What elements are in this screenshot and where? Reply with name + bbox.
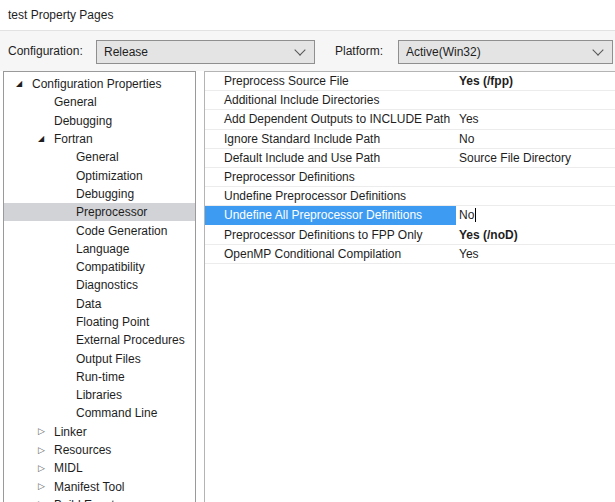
tree-item-midl[interactable]: ▷ MIDL (4, 459, 195, 477)
property-row-default-include-and-use-path[interactable]: Default Include and Use Path Source File… (205, 149, 615, 168)
property-name: Preprocessor Definitions (224, 170, 355, 184)
tree-item-label: Debugging (76, 187, 134, 201)
chevron-down-icon (294, 44, 305, 55)
property-value-cell[interactable]: No (456, 130, 615, 148)
tree-item-optimization[interactable]: Optimization (4, 166, 195, 184)
tree-item-label: Output Files (76, 352, 141, 366)
configuration-select[interactable]: Release (96, 40, 315, 64)
property-row-add-dependent-outputs-to-include-path[interactable]: Add Dependent Outputs to INCLUDE Path Ye… (205, 110, 615, 129)
property-value: Yes (459, 112, 479, 126)
property-row-ignore-standard-include-path[interactable]: Ignore Standard Include Path No (205, 130, 615, 149)
property-value: Source File Directory (459, 151, 571, 165)
page-title: test Property Pages (0, 0, 615, 30)
configuration-label: Configuration: (8, 31, 83, 72)
property-value-cell[interactable]: Yes (456, 110, 615, 128)
tree-item-label: Resources (54, 443, 111, 457)
property-value-cell[interactable] (456, 187, 615, 205)
property-value-cell[interactable]: Yes (/fpp) (456, 72, 615, 90)
tree-item-resources[interactable]: ▷ Resources (4, 441, 195, 459)
tree-item-manifest-tool[interactable]: ▷ Manifest Tool (4, 478, 195, 496)
tree-item-label: Preprocessor (76, 205, 147, 219)
category-tree: ◢ Configuration Properties General Debug… (3, 71, 196, 502)
property-name-cell: Preprocessor Definitions to FPP Only (205, 226, 456, 244)
tree-item-debugging[interactable]: Debugging (4, 185, 195, 203)
platform-value: Active(Win32) (406, 45, 594, 59)
property-name-cell: Ignore Standard Include Path (205, 130, 456, 148)
tree-item-general[interactable]: General (4, 148, 195, 166)
tree-item-configuration-properties[interactable]: ◢ Configuration Properties (4, 75, 195, 93)
tree-item-preprocessor[interactable]: Preprocessor (4, 203, 195, 221)
property-name-cell: Undefine Preprocessor Definitions (205, 187, 456, 205)
property-row-undefine-preprocessor-definitions[interactable]: Undefine Preprocessor Definitions (205, 187, 615, 206)
tree-item-libraries[interactable]: Libraries (4, 386, 195, 404)
tree-item-label: Command Line (76, 406, 157, 420)
tree-item-label: Optimization (76, 169, 143, 183)
text-cursor (475, 208, 476, 222)
property-value-cell[interactable]: Yes (456, 245, 615, 263)
property-name-cell: Additional Include Directories (205, 91, 456, 109)
tree-item-label: Fortran (54, 132, 93, 146)
property-value: Yes (/fpp) (459, 74, 513, 88)
property-row-undefine-all-preprocessor-definitions[interactable]: Undefine All Preprocessor Definitions No (205, 206, 615, 225)
property-value: No (459, 208, 474, 222)
tree-item-debugging[interactable]: Debugging (4, 112, 195, 130)
tree-item-diagnostics[interactable]: Diagnostics (4, 276, 195, 294)
tree-item-run-time[interactable]: Run-time (4, 368, 195, 386)
tree-item-label: Build Events (54, 498, 121, 502)
property-value: No (459, 132, 474, 146)
tree-item-label: Configuration Properties (32, 77, 161, 91)
property-name: OpenMP Conditional Compilation (224, 247, 401, 261)
property-row-preprocessor-definitions-to-fpp-only[interactable]: Preprocessor Definitions to FPP Only Yes… (205, 226, 615, 245)
property-value: Yes (/noD) (459, 228, 518, 242)
property-name-cell: Undefine All Preprocessor Definitions (205, 206, 456, 224)
tree-collapsed-icon[interactable]: ▷ (36, 427, 54, 436)
property-value-cell[interactable] (456, 91, 615, 109)
tree-collapsed-icon[interactable]: ▷ (36, 464, 54, 473)
tree-item-label: Debugging (54, 114, 112, 128)
tree-item-linker[interactable]: ▷ Linker (4, 423, 195, 441)
tree-item-label: Linker (54, 425, 87, 439)
property-value-editbox[interactable]: No (456, 206, 615, 224)
property-row-openmp-conditional-compilation[interactable]: OpenMP Conditional Compilation Yes (205, 245, 615, 264)
property-name: Preprocessor Definitions to FPP Only (224, 228, 423, 242)
property-name-cell: Add Dependent Outputs to INCLUDE Path (205, 110, 456, 128)
property-value-cell[interactable]: Source File Directory (456, 149, 615, 167)
property-name: Ignore Standard Include Path (224, 132, 380, 146)
tree-item-data[interactable]: Data (4, 295, 195, 313)
tree-collapsed-icon[interactable]: ▷ (36, 446, 54, 455)
tree-item-label: Run-time (76, 370, 125, 384)
tree-item-label: General (54, 95, 97, 109)
property-row-preprocess-source-file[interactable]: Preprocess Source File Yes (/fpp) (205, 72, 615, 91)
tree-item-label: Manifest Tool (54, 480, 124, 494)
tree-item-code-generation[interactable]: Code Generation (4, 221, 195, 239)
main-area: ◢ Configuration Properties General Debug… (0, 71, 615, 502)
tree-item-fortran[interactable]: ◢ Fortran (4, 130, 195, 148)
tree-item-label: Code Generation (76, 224, 167, 238)
tree-item-external-procedures[interactable]: External Procedures (4, 331, 195, 349)
tree-item-label: Data (76, 297, 101, 311)
tree-collapsed-icon[interactable]: ▷ (36, 482, 54, 491)
property-name: Additional Include Directories (224, 93, 379, 107)
property-row-additional-include-directories[interactable]: Additional Include Directories (205, 91, 615, 110)
tree-item-label: MIDL (54, 461, 83, 475)
tree-item-language[interactable]: Language (4, 240, 195, 258)
property-name-cell: Default Include and Use Path (205, 149, 456, 167)
tree-item-command-line[interactable]: Command Line (4, 404, 195, 422)
property-name: Undefine All Preprocessor Definitions (224, 208, 422, 222)
tree-item-floating-point[interactable]: Floating Point (4, 313, 195, 331)
property-value-cell[interactable] (456, 168, 615, 186)
tree-item-label: General (76, 150, 119, 164)
tree-item-output-files[interactable]: Output Files (4, 349, 195, 367)
platform-select[interactable]: Active(Win32) (398, 40, 613, 64)
property-row-preprocessor-definitions[interactable]: Preprocessor Definitions (205, 168, 615, 187)
tree-item-general[interactable]: General (4, 93, 195, 111)
tree-item-label: Language (76, 242, 129, 256)
tree-item-compatibility[interactable]: Compatibility (4, 258, 195, 276)
property-name-cell: OpenMP Conditional Compilation (205, 245, 456, 263)
tree-item-build-events[interactable]: ▷ Build Events (4, 496, 195, 502)
property-value-cell[interactable]: Yes (/noD) (456, 226, 615, 244)
configuration-toolbar: Configuration: Release Platform: Active(… (0, 30, 615, 71)
chevron-down-icon (592, 44, 603, 55)
tree-expanded-icon[interactable]: ◢ (36, 135, 54, 143)
tree-expanded-icon[interactable]: ◢ (14, 80, 32, 88)
